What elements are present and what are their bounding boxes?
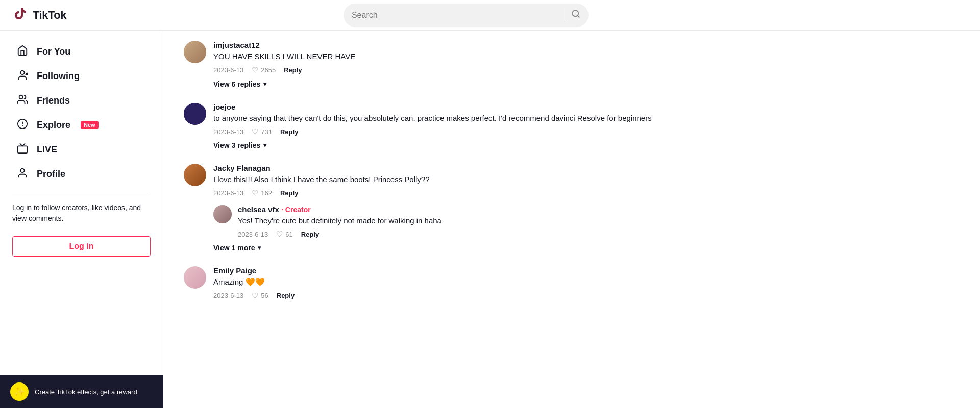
svg-point-2 [20, 71, 24, 74]
comment-date-1: 2023-6-13 [213, 66, 243, 74]
view-replies-label-1: View 6 replies [213, 80, 260, 88]
profile-label: Profile [37, 169, 65, 180]
comment-body-1: imjustacat12 YOU HAVE SKILLS I WILL NEVE… [213, 41, 960, 75]
chevron-down-icon-2: ▾ [263, 142, 266, 149]
heart-icon-1: ♡ [252, 66, 258, 75]
comment-date-4: 2023-6-13 [213, 292, 243, 299]
like-area-3[interactable]: ♡ 162 [252, 189, 272, 198]
sidebar-item-profile[interactable]: Profile [4, 162, 159, 186]
explore-label: Explore [37, 120, 70, 131]
like-count-3: 162 [261, 189, 272, 197]
comment-text-1: YOU HAVE SKILLS I WILL NEVER HAVE [213, 51, 960, 63]
explore-icon [16, 118, 29, 132]
sidebar-item-following[interactable]: Following [4, 64, 159, 88]
sidebar-item-explore[interactable]: Explore New [4, 113, 159, 137]
comment-meta-1: 2023-6-13 ♡ 2655 Reply [213, 66, 960, 75]
view-replies-button-2[interactable]: View 3 replies ▾ [213, 141, 266, 149]
following-icon [16, 69, 29, 83]
sidebar-item-for-you[interactable]: For You [4, 40, 159, 63]
comment-date-3: 2023-6-13 [213, 189, 243, 197]
svg-point-10 [20, 169, 24, 172]
comment-item-4: Emily Paige Amazing 🧡🧡 2023-6-13 ♡ 56 Re… [184, 266, 960, 300]
comment-date-2: 2023-6-13 [213, 128, 243, 136]
view-replies-button-1[interactable]: View 6 replies ▾ [213, 80, 266, 88]
comment-meta-2: 2023-6-13 ♡ 731 Reply [213, 127, 960, 136]
search-input[interactable] [352, 11, 558, 20]
for-you-label: For You [37, 46, 70, 57]
svg-point-5 [19, 95, 23, 99]
reply-like-area-1[interactable]: ♡ 61 [276, 230, 292, 239]
reply-button-4[interactable]: Reply [277, 292, 295, 299]
header: TikTok [0, 0, 980, 31]
svg-rect-9 [18, 146, 27, 153]
view-more-button-1[interactable]: View 1 more ▾ [213, 244, 261, 252]
home-icon [16, 45, 29, 58]
like-area-1[interactable]: ♡ 2655 [252, 66, 276, 75]
sidebar-item-friends[interactable]: Friends [4, 89, 159, 112]
live-label: LIVE [37, 144, 57, 155]
reply-text-1: Yes! They're cute but definitely not mad… [238, 215, 960, 227]
reply-date-1: 2023-6-13 [238, 231, 268, 238]
reply-button-2[interactable]: Reply [280, 128, 298, 136]
friends-label: Friends [37, 95, 70, 106]
friends-icon [16, 94, 29, 107]
comment-username-4: Emily Paige [213, 266, 960, 275]
layout: For You Following [0, 31, 980, 325]
reply-reply-button-1[interactable]: Reply [301, 231, 319, 238]
comment-username-1: imjustacat12 [213, 41, 960, 49]
comment-text-4: Amazing 🧡🧡 [213, 276, 960, 288]
like-area-4[interactable]: ♡ 56 [252, 291, 268, 300]
like-count-1: 2655 [261, 66, 276, 74]
like-count-4: 56 [261, 292, 268, 299]
avatar-emily [184, 266, 206, 289]
comment-body-4: Emily Paige Amazing 🧡🧡 2023-6-13 ♡ 56 Re… [213, 266, 960, 300]
explore-new-badge: New [81, 121, 99, 129]
comment-meta-4: 2023-6-13 ♡ 56 Reply [213, 291, 960, 300]
search-icon [571, 9, 580, 18]
reply-username-1: chelsea vfx · Creator [238, 205, 960, 214]
comment-thread-2: joejoe to anyone saying that they can't … [184, 103, 960, 150]
comment-username-3: Jacky Flanagan [213, 164, 960, 172]
sidebar: For You Following [0, 31, 163, 325]
view-replies-label-2: View 3 replies [213, 141, 260, 149]
svg-line-1 [577, 15, 579, 17]
comment-body-3: Jacky Flanagan I love this!!! Also I thi… [213, 164, 960, 198]
comment-item-3: Jacky Flanagan I love this!!! Also I thi… [184, 164, 960, 198]
avatar-jacky [184, 164, 206, 186]
logo-text: TikTok [33, 9, 66, 22]
avatar-joejoe [184, 103, 206, 125]
creator-badge: · Creator [281, 206, 311, 214]
profile-icon [16, 167, 29, 181]
reply-meta-1: 2023-6-13 ♡ 61 Reply [238, 230, 960, 239]
reply-body-1: chelsea vfx · Creator Yes! They're cute … [238, 205, 960, 239]
main-nav: For You Following [0, 40, 163, 186]
like-count-2: 731 [261, 128, 272, 136]
chevron-down-icon-3: ▾ [258, 244, 261, 251]
login-prompt-text: Log in to follow creators, like videos, … [0, 198, 163, 228]
search-box [344, 4, 589, 27]
heart-icon-3: ♡ [252, 189, 258, 198]
comment-item-1: imjustacat12 YOU HAVE SKILLS I WILL NEVE… [184, 41, 960, 75]
sidebar-item-live[interactable]: LIVE [4, 138, 159, 161]
login-button[interactable]: Log in [12, 236, 151, 257]
search-divider [565, 8, 565, 22]
comment-thread-4: Emily Paige Amazing 🧡🧡 2023-6-13 ♡ 56 Re… [184, 266, 960, 300]
like-area-2[interactable]: ♡ 731 [252, 127, 272, 136]
comment-text-2: to anyone saying that they can't do this… [213, 113, 960, 124]
search-button[interactable] [571, 9, 580, 21]
avatar-imjustacat12 [184, 41, 206, 63]
sidebar-divider [12, 192, 151, 192]
reply-heart-icon-1: ♡ [276, 230, 283, 239]
comment-thread-1: imjustacat12 YOU HAVE SKILLS I WILL NEVE… [184, 41, 960, 88]
reply-item-1: chelsea vfx · Creator Yes! They're cute … [213, 205, 960, 239]
logo-area: TikTok [12, 7, 66, 23]
comment-text-3: I love this!!! Also I think I have the s… [213, 174, 960, 186]
tiktok-logo-icon [12, 7, 29, 23]
comment-item-2: joejoe to anyone saying that they can't … [184, 103, 960, 137]
live-icon [16, 143, 29, 156]
reply-button-3[interactable]: Reply [280, 189, 298, 197]
chevron-down-icon-1: ▾ [263, 81, 266, 88]
heart-icon-2: ♡ [252, 127, 258, 136]
reply-button-1[interactable]: Reply [284, 66, 302, 74]
heart-icon-4: ♡ [252, 291, 258, 300]
